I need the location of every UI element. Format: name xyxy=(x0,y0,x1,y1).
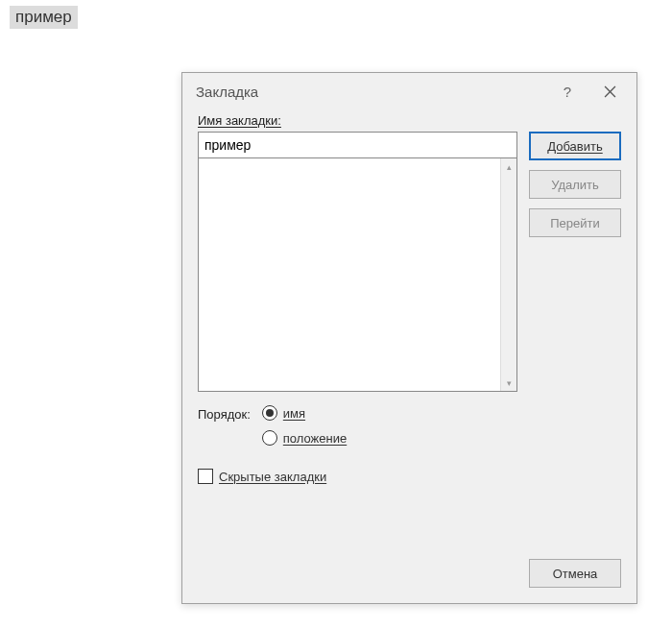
sort-by-position-radio[interactable]: положение xyxy=(262,430,347,446)
scroll-down-icon: ▾ xyxy=(501,375,516,391)
bookmark-listbox[interactable]: ▴ ▾ xyxy=(198,157,517,392)
bookmark-name-label: Имя закладки: xyxy=(198,113,281,128)
sort-label: Порядок: xyxy=(198,405,251,422)
dialog-titlebar: Закладка ? xyxy=(182,73,636,109)
radio-icon xyxy=(262,405,277,421)
listbox-scrollbar[interactable]: ▴ ▾ xyxy=(500,158,516,391)
cancel-button[interactable]: Отмена xyxy=(529,559,621,588)
dialog-body: Имя закладки: ▴ ▾ Добавить Удалить xyxy=(182,109,636,603)
close-icon xyxy=(604,85,616,98)
delete-button[interactable]: Удалить xyxy=(529,170,621,199)
add-button-label: Добавить xyxy=(547,139,602,154)
add-button[interactable]: Добавить xyxy=(529,132,621,160)
close-button[interactable] xyxy=(588,77,631,106)
document-selected-text: пример xyxy=(10,6,78,29)
sort-by-name-radio[interactable]: имя xyxy=(262,405,347,421)
goto-button-label: Перейти xyxy=(550,216,600,230)
cancel-button-label: Отмена xyxy=(553,567,598,581)
scroll-up-icon: ▴ xyxy=(501,158,516,175)
dialog-title: Закладка xyxy=(196,84,546,100)
hidden-bookmarks-label: Скрытые закладки xyxy=(219,470,326,484)
sort-by-position-label: положение xyxy=(283,431,347,446)
bookmark-dialog: Закладка ? Имя закладки: ▴ ▾ Добавит xyxy=(181,72,637,604)
checkbox-icon xyxy=(198,469,213,484)
sort-by-name-label: имя xyxy=(283,406,305,421)
radio-icon xyxy=(262,430,277,446)
help-button[interactable]: ? xyxy=(546,77,588,106)
bookmark-name-input[interactable] xyxy=(198,132,517,158)
hidden-bookmarks-checkbox[interactable]: Скрытые закладки xyxy=(198,469,621,484)
goto-button[interactable]: Перейти xyxy=(529,208,621,237)
delete-button-label: Удалить xyxy=(551,178,599,192)
